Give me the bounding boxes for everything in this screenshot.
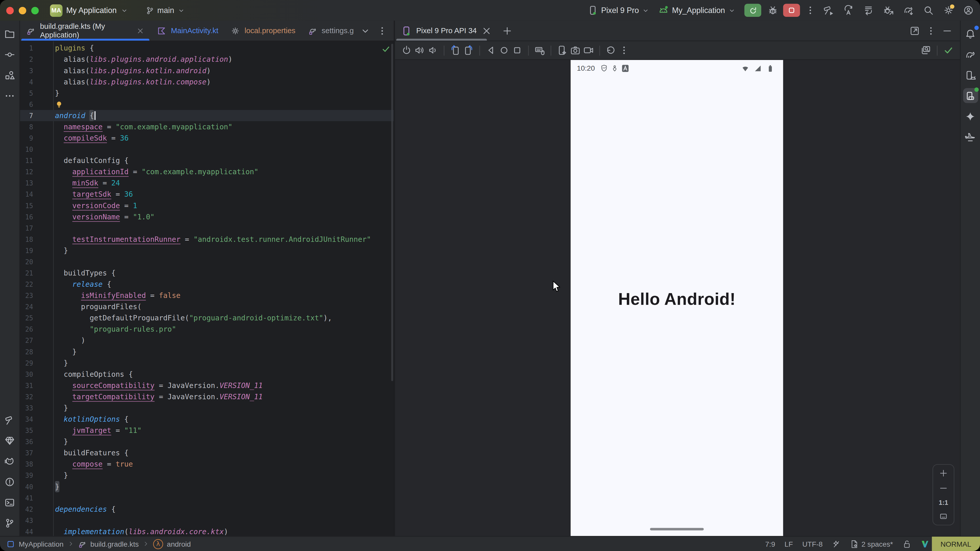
line-number[interactable]: 21 xyxy=(20,267,33,279)
line-number[interactable]: 18 xyxy=(20,233,33,245)
line-number[interactable]: 12 xyxy=(20,166,33,177)
zoom-reset-button[interactable]: 1:1 xyxy=(939,499,948,506)
running-devices-icon[interactable] xyxy=(963,88,978,103)
kebab-icon[interactable] xyxy=(619,45,629,56)
line-number[interactable]: 33 xyxy=(20,402,33,413)
line-number[interactable]: 31 xyxy=(20,380,33,391)
more-horizontal-icon[interactable] xyxy=(2,88,18,103)
line-number[interactable]: 19 xyxy=(20,245,33,256)
code-line[interactable]: 27 ) xyxy=(20,335,393,346)
code-line[interactable]: 5} xyxy=(20,87,393,99)
nav-home-icon[interactable] xyxy=(499,45,509,56)
code-line[interactable]: 4 alias(libs.plugins.kotlin.compose) xyxy=(20,76,393,87)
line-number[interactable]: 43 xyxy=(20,515,33,526)
line-number[interactable]: 34 xyxy=(20,413,33,425)
code-line[interactable]: 2 alias(libs.plugins.android.application… xyxy=(20,54,393,65)
close-icon[interactable] xyxy=(481,25,492,36)
code-line[interactable]: 38 compose = true xyxy=(20,459,393,470)
breadcrumb-file[interactable]: build.gradle.kts xyxy=(90,540,138,548)
project-folder-icon[interactable] xyxy=(2,26,18,41)
zoom-in-button[interactable] xyxy=(939,468,948,478)
battery-icon[interactable] xyxy=(766,64,774,72)
add-device-tab-button[interactable] xyxy=(502,25,512,36)
build-hammer-run-icon[interactable] xyxy=(823,5,834,16)
problems-icon[interactable] xyxy=(2,474,18,489)
close-icon[interactable] xyxy=(137,27,145,35)
line-number[interactable]: 38 xyxy=(20,459,33,470)
minimize-window-button[interactable] xyxy=(19,6,26,14)
line-number[interactable]: 32 xyxy=(20,391,33,402)
line-number[interactable]: 22 xyxy=(20,279,33,290)
tab-local-properties[interactable]: local.properties xyxy=(224,21,302,41)
line-number[interactable]: 41 xyxy=(20,492,33,503)
encoding-widget[interactable]: UTF-8 xyxy=(802,540,823,548)
power-icon[interactable] xyxy=(401,45,412,56)
code-line[interactable]: 33 } xyxy=(20,402,393,413)
device-reset-icon[interactable] xyxy=(606,45,616,56)
rotate-left-icon[interactable] xyxy=(450,45,461,56)
zoom-out-button[interactable] xyxy=(939,484,948,493)
rerun-button[interactable] xyxy=(745,4,761,17)
notifications-icon[interactable] xyxy=(963,26,978,41)
editor-scrollbar[interactable] xyxy=(391,44,393,381)
kebab-icon[interactable] xyxy=(377,25,388,36)
volume-down-icon[interactable] xyxy=(428,45,438,56)
device-screen[interactable]: 10:20 Hello Android! xyxy=(571,60,783,536)
code-editor[interactable]: 1plugins {2 alias(libs.plugins.android.a… xyxy=(20,41,393,536)
code-line[interactable]: 12 applicationId = "com.example.myapplic… xyxy=(20,166,393,177)
code-line[interactable]: 20 xyxy=(20,256,393,267)
code-line[interactable]: 25 getDefaultProguardFile("proguard-andr… xyxy=(20,312,393,324)
shield-icon[interactable] xyxy=(600,64,608,72)
line-number[interactable]: 20 xyxy=(20,256,33,267)
line-number[interactable]: 23 xyxy=(20,290,33,301)
code-line[interactable]: 37 buildFeatures { xyxy=(20,447,393,458)
screen-record-icon[interactable] xyxy=(583,45,594,56)
code-line[interactable]: 1plugins { xyxy=(20,43,393,54)
gradle-sync-icon[interactable] xyxy=(903,5,914,16)
screenshot-camera-icon[interactable] xyxy=(570,45,581,56)
code-line[interactable]: 8 namespace = "com.example.myapplication… xyxy=(20,121,393,132)
attach-debugger-icon[interactable] xyxy=(883,5,894,16)
line-number[interactable]: 16 xyxy=(20,211,33,222)
apply-code-changes-icon[interactable] xyxy=(863,5,874,16)
gemini-sparkle-icon[interactable] xyxy=(963,109,978,124)
whats-new-plane-icon[interactable] xyxy=(963,129,978,144)
code-line[interactable]: 11 defaultConfig { xyxy=(20,155,393,166)
zoom-window-button[interactable] xyxy=(31,6,38,14)
code-line[interactable]: 30 compileOptions { xyxy=(20,368,393,380)
tab-mainactivity[interactable]: MainActivity.kt xyxy=(151,21,224,41)
caret-position-widget[interactable]: 7:9 xyxy=(765,540,775,548)
gradle-icon[interactable] xyxy=(963,47,978,62)
code-line[interactable]: 44 implementation(libs.androidx.core.ktx… xyxy=(20,526,393,536)
line-number[interactable]: 28 xyxy=(20,346,33,357)
line-number[interactable]: 7 xyxy=(20,110,33,121)
line-separator-widget[interactable]: LF xyxy=(784,540,793,548)
nav-back-icon[interactable] xyxy=(486,45,496,56)
code-line[interactable]: 28 } xyxy=(20,346,393,357)
minimize-icon[interactable] xyxy=(942,25,953,36)
version-control-icon[interactable] xyxy=(2,515,18,530)
more-actions-button[interactable] xyxy=(805,5,816,16)
vim-mode-badge[interactable]: NORMAL xyxy=(932,536,980,551)
resource-manager-icon[interactable] xyxy=(2,67,18,83)
tab-settings-gradle[interactable]: settings.g xyxy=(302,21,360,41)
line-number[interactable]: 14 xyxy=(20,189,33,200)
line-number[interactable]: 36 xyxy=(20,436,33,447)
wifi-icon[interactable] xyxy=(741,64,749,72)
code-line[interactable]: 6 xyxy=(20,99,393,110)
line-number[interactable]: 4 xyxy=(20,76,33,87)
tab-build-gradle[interactable]: build.gradle.kts (My Application) xyxy=(20,21,151,41)
line-number[interactable]: 35 xyxy=(20,425,33,436)
code-line[interactable]: 10 xyxy=(20,144,393,155)
code-line[interactable]: 41 xyxy=(20,492,393,503)
code-line[interactable]: 15 versionCode = 1 xyxy=(20,200,393,211)
code-line[interactable]: 32 targetCompatibility = JavaVersion.VER… xyxy=(20,391,393,402)
run-configuration-selector[interactable]: My_Application xyxy=(658,5,735,16)
line-number[interactable]: 6 xyxy=(20,99,33,110)
line-number[interactable]: 1 xyxy=(20,43,33,54)
code-line[interactable]: 31 sourceCompatibility = JavaVersion.VER… xyxy=(20,380,393,391)
chevron-down-icon[interactable] xyxy=(360,25,371,36)
line-number[interactable]: 40 xyxy=(20,481,33,492)
code-line[interactable]: 34 kotlinOptions { xyxy=(20,413,393,425)
nav-overview-icon[interactable] xyxy=(512,45,523,56)
